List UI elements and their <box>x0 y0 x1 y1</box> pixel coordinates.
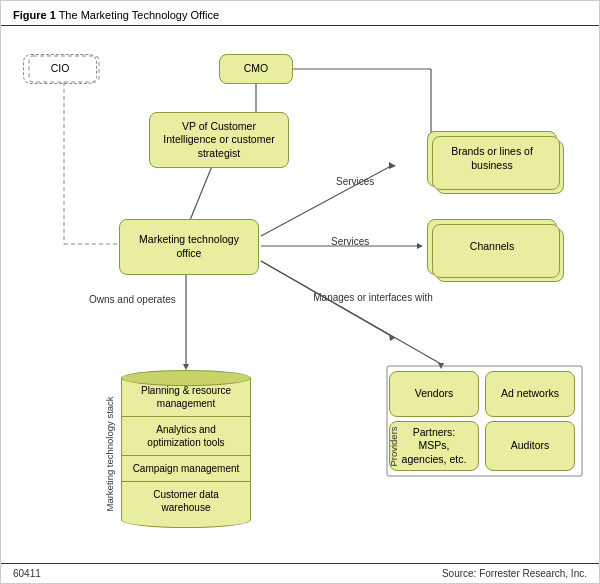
diagram-area: CIO CMO VP of Customer Intelligence or c… <box>1 26 599 556</box>
diagram-svg <box>1 26 599 556</box>
vp-box: VP of Customer Intelligence or customer … <box>149 112 289 168</box>
figure-title-bold: Figure 1 <box>13 9 56 21</box>
mto-box: Marketing technology office <box>119 219 259 275</box>
ad-networks-box: Ad networks <box>485 371 575 417</box>
owns-label: Owns and operates <box>89 294 176 305</box>
services-label-1: Services <box>336 176 374 187</box>
figure-title: Figure 1 The Marketing Technology Office <box>1 1 599 26</box>
svg-marker-13 <box>417 243 423 249</box>
providers-label: Providers <box>388 426 399 466</box>
vendors-box: Vendors <box>389 371 479 417</box>
cylinder-body: Planning & resource management Analytics… <box>121 378 251 520</box>
footer-right: Source: Forrester Research, Inc. <box>442 568 587 579</box>
figure-title-text: The Marketing Technology Office <box>56 9 219 21</box>
brands-box: Brands or lines of business <box>427 131 557 187</box>
svg-marker-17 <box>389 334 395 341</box>
cylinder-row-3: Campaign management <box>122 455 250 481</box>
page: Figure 1 The Marketing Technology Office <box>0 0 600 584</box>
auditors-box: Auditors <box>485 421 575 471</box>
cylinder-container: Planning & resource management Analytics… <box>121 370 251 528</box>
partners-box: Partners: MSPs, agencies, etc. <box>389 421 479 471</box>
cmo-box: CMO <box>219 54 293 84</box>
cylinder-top <box>121 370 251 386</box>
cylinder: Planning & resource management Analytics… <box>121 370 251 528</box>
svg-marker-20 <box>438 363 444 369</box>
svg-line-19 <box>261 261 441 364</box>
footer: 60411 Source: Forrester Research, Inc. <box>1 563 599 583</box>
cylinder-row-4: Customer data warehouse <box>122 481 250 520</box>
manages-label: Manages or interfaces with <box>313 291 433 304</box>
cylinder-row-2: Analytics and optimization tools <box>122 416 250 455</box>
cio-box: CIO <box>23 54 97 84</box>
mts-label: Marketing technology stack <box>104 396 115 511</box>
footer-left: 60411 <box>13 568 41 579</box>
channels-box: Channels <box>427 219 557 275</box>
svg-marker-11 <box>389 162 396 169</box>
services-label-2: Services <box>331 236 369 247</box>
